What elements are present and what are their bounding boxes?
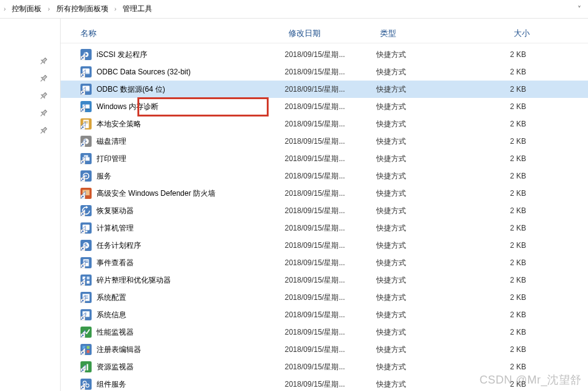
item-date: 2018/09/15/星期... xyxy=(285,258,376,268)
item-name: ODBC Data Sources (32-bit) xyxy=(97,68,285,76)
item-type: 快捷方式 xyxy=(376,136,479,147)
crumb-admin-tools[interactable]: 管理工具 xyxy=(119,2,156,15)
list-item[interactable]: 计算机管理2018/09/15/星期...快捷方式2 KB xyxy=(61,219,588,237)
item-name: 计算机管理 xyxy=(97,223,285,234)
recovery-icon xyxy=(80,205,92,216)
item-name: 碎片整理和优化驱动器 xyxy=(97,275,285,286)
list-item[interactable]: 性能监视器2018/09/15/星期...快捷方式2 KB xyxy=(61,323,588,341)
events-icon xyxy=(80,257,92,268)
item-date: 2018/09/15/星期... xyxy=(285,379,376,390)
breadcrumb[interactable]: › 控制面板 › 所有控制面板项 › 管理工具 xyxy=(2,2,573,15)
list-item[interactable]: ODBC 数据源(64 位)2018/09/15/星期...快捷方式2 KB xyxy=(61,81,588,98)
item-date: 2018/09/15/星期... xyxy=(285,345,376,355)
item-date: 2018/09/15/星期... xyxy=(285,327,376,338)
odbc-icon xyxy=(80,84,92,95)
item-size: 2 KB xyxy=(479,345,532,354)
list-item[interactable]: i系统信息2018/09/15/星期...快捷方式2 KB xyxy=(61,306,588,323)
list-item[interactable]: 注册表编辑器2018/09/15/星期...快捷方式2 KB xyxy=(61,341,588,358)
odbc-icon xyxy=(80,66,92,77)
item-type: 快捷方式 xyxy=(376,345,479,355)
item-size: 2 KB xyxy=(479,102,532,111)
syscfg-icon xyxy=(80,292,92,303)
list-item[interactable]: 打印管理2018/09/15/星期...快捷方式2 KB xyxy=(61,150,588,167)
pin-icon[interactable] xyxy=(35,53,51,69)
svg-rect-74 xyxy=(87,364,88,371)
item-name: Windows 内存诊断 xyxy=(97,102,285,112)
item-size: 2 KB xyxy=(479,154,532,163)
column-header-date[interactable]: 修改日期 xyxy=(288,28,380,39)
item-size: 2 KB xyxy=(479,68,532,76)
item-date: 2018/09/15/星期... xyxy=(285,240,376,251)
item-size: 2 KB xyxy=(479,137,532,146)
item-type: 快捷方式 xyxy=(376,84,479,95)
disk-icon xyxy=(80,136,92,147)
item-size: 2 KB xyxy=(479,328,532,336)
compsvc-icon xyxy=(80,379,92,390)
chevron-right-icon: › xyxy=(2,6,7,12)
item-date: 2018/09/15/星期... xyxy=(285,223,376,234)
item-size: 2 KB xyxy=(479,224,532,232)
item-type: 快捷方式 xyxy=(376,102,479,112)
item-size: 2 KB xyxy=(479,120,532,128)
item-type: 快捷方式 xyxy=(376,292,479,303)
quick-access-gutter xyxy=(0,19,61,391)
list-item[interactable]: iSCSI 发起程序2018/09/15/星期...快捷方式2 KB xyxy=(61,46,588,63)
item-date: 2018/09/15/星期... xyxy=(285,292,376,303)
column-header-name[interactable]: 名称 xyxy=(80,28,288,39)
item-type: 快捷方式 xyxy=(376,327,479,338)
item-name: ODBC 数据源(64 位) xyxy=(97,84,285,95)
pin-icon[interactable] xyxy=(35,71,51,86)
list-item[interactable]: 任务计划程序2018/09/15/星期...快捷方式2 KB xyxy=(61,237,588,254)
item-size: 2 KB xyxy=(479,206,532,215)
item-name: 事件查看器 xyxy=(97,258,285,268)
item-date: 2018/09/15/星期... xyxy=(285,310,376,320)
pin-icon[interactable] xyxy=(35,88,51,103)
chevron-right-icon: › xyxy=(46,6,51,12)
crumb-all-items[interactable]: 所有控制面板项 xyxy=(53,2,112,15)
svg-rect-18 xyxy=(84,121,89,122)
item-type: 快捷方式 xyxy=(376,379,479,390)
history-dropdown-button[interactable]: ˅ xyxy=(573,5,586,14)
list-item[interactable]: 服务2018/09/15/星期...快捷方式2 KB xyxy=(61,167,588,185)
list-item[interactable]: ODBC Data Sources (32-bit)2018/09/15/星期.… xyxy=(61,63,588,81)
list-item[interactable]: 组件服务2018/09/15/星期...快捷方式2 KB xyxy=(61,376,588,391)
item-name: 资源监视器 xyxy=(97,362,285,372)
item-type: 快捷方式 xyxy=(376,310,479,320)
item-name: 系统信息 xyxy=(97,310,285,320)
iscsi-icon xyxy=(80,49,92,60)
chevron-right-icon: › xyxy=(113,6,118,12)
list-item[interactable]: Windows 内存诊断2018/09/15/星期...快捷方式2 KB xyxy=(61,98,588,115)
column-header-type[interactable]: 类型 xyxy=(380,28,483,39)
list-item[interactable]: 资源监视器2018/09/15/星期...快捷方式2 KB xyxy=(61,358,588,376)
item-date: 2018/09/15/星期... xyxy=(285,362,376,372)
item-size: 2 KB xyxy=(479,380,532,389)
compmgmt-icon xyxy=(80,222,92,234)
item-date: 2018/09/15/星期... xyxy=(285,171,376,182)
item-size: 2 KB xyxy=(479,241,532,250)
list-item[interactable]: 本地安全策略2018/09/15/星期...快捷方式2 KB xyxy=(61,115,588,133)
address-bar[interactable]: › 控制面板 › 所有控制面板项 › 管理工具 ˅ xyxy=(0,0,588,19)
column-header-size[interactable]: 大小 xyxy=(483,28,536,39)
item-name: 性能监视器 xyxy=(97,327,285,338)
item-name: 恢复驱动器 xyxy=(97,206,285,216)
list-item[interactable]: 高级安全 Windows Defender 防火墙2018/09/15/星期..… xyxy=(61,185,588,202)
crumb-control-panel[interactable]: 控制面板 xyxy=(8,2,45,15)
column-headers[interactable]: 名称 修改日期 类型 大小 xyxy=(61,24,588,43)
list-item[interactable]: 系统配置2018/09/15/星期...快捷方式2 KB xyxy=(61,289,588,306)
list-item[interactable]: 事件查看器2018/09/15/星期...快捷方式2 KB xyxy=(61,254,588,271)
list-item[interactable]: 磁盘清理2018/09/15/星期...快捷方式2 KB xyxy=(61,133,588,150)
item-name: 高级安全 Windows Defender 防火墙 xyxy=(97,188,285,199)
item-name: iSCSI 发起程序 xyxy=(97,50,285,60)
pin-icon[interactable] xyxy=(35,105,51,121)
item-size: 2 KB xyxy=(479,85,532,94)
item-date: 2018/09/15/星期... xyxy=(285,206,376,216)
item-date: 2018/09/15/星期... xyxy=(285,154,376,164)
item-name: 服务 xyxy=(97,171,285,182)
defender-icon xyxy=(80,188,92,199)
list-item[interactable]: 碎片整理和优化驱动器2018/09/15/星期...快捷方式2 KB xyxy=(61,271,588,289)
list-item[interactable]: 恢复驱动器2018/09/15/星期...快捷方式2 KB xyxy=(61,202,588,219)
item-type: 快捷方式 xyxy=(376,119,479,130)
svg-rect-67 xyxy=(87,346,90,349)
item-name: 注册表编辑器 xyxy=(97,345,285,355)
pin-icon[interactable] xyxy=(35,123,51,138)
